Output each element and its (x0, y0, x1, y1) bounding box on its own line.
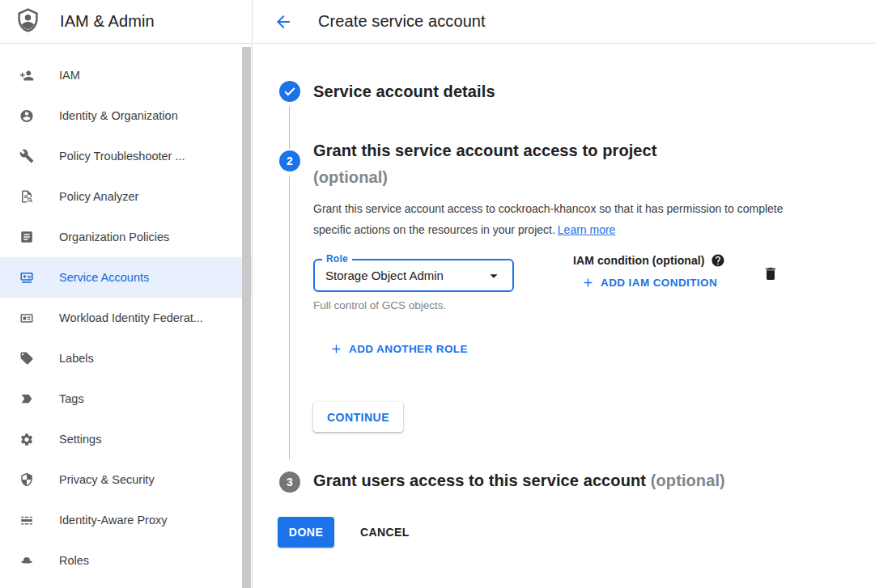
gear-icon (19, 432, 34, 446)
cancel-button[interactable]: CANCEL (360, 526, 410, 539)
delete-role-trash-icon[interactable] (762, 265, 779, 282)
sidebar-item-policy-analyzer[interactable]: Policy Analyzer (0, 176, 252, 217)
sidebar-item-label: Identity-Aware Proxy (59, 514, 168, 527)
step3-optional-label: (optional) (651, 472, 725, 489)
article-icon (19, 230, 34, 244)
role-select-label: Role (322, 253, 352, 264)
back-arrow-icon[interactable] (274, 12, 293, 32)
sidebar-header: IAM & Admin (0, 0, 252, 44)
role-row: Role Storage Object Admin Full control o… (313, 259, 875, 311)
role-select[interactable]: Role Storage Object Admin (313, 259, 514, 292)
continue-button[interactable]: CONTINUE (313, 402, 403, 432)
wrench-icon (19, 149, 34, 163)
done-button[interactable]: DONE (278, 517, 334, 548)
role-helper-text: Full control of GCS objects. (313, 299, 514, 311)
tag-icon (19, 391, 34, 406)
add-another-role-button[interactable]: ADD ANOTHER ROLE (329, 342, 875, 356)
help-icon[interactable] (711, 253, 725, 268)
step-connector-line (289, 176, 290, 459)
sidebar-item-roles[interactable]: Roles (0, 540, 252, 581)
sidebar-item-label: Workload Identity Federat... (59, 311, 203, 324)
sidebar-item-iam[interactable]: IAM (0, 55, 252, 95)
sidebar-scrollbar[interactable] (242, 47, 251, 588)
sidebar-item-label: Tags (59, 392, 84, 405)
step2-optional-label: (optional) (313, 164, 875, 191)
sidebar-item-label: Policy Analyzer (59, 190, 138, 203)
step3-heading: Grant users access to this service accou… (313, 470, 875, 491)
learn-more-link[interactable]: Learn more (558, 223, 616, 236)
sidebar-item-tags[interactable]: Tags (0, 379, 252, 419)
step1-title: Service account details (313, 81, 875, 102)
sidebar-item-organization-policies[interactable]: Organization Policies (0, 217, 252, 257)
sidebar-item-label: Organization Policies (59, 231, 169, 243)
step2-number-badge: 2 (279, 150, 300, 171)
sidebar-item-service-accounts[interactable]: Service Accounts (0, 257, 252, 298)
page-header: Create service account (253, 0, 875, 44)
sidebar-item-label: Privacy & Security (59, 473, 155, 486)
person-circle-icon (19, 108, 34, 123)
sidebar-item-privacy-security[interactable]: Privacy & Security (0, 459, 252, 500)
hat-icon (19, 553, 34, 568)
step2-description: Grant this service account access to coc… (313, 198, 791, 240)
sidebar-nav: IAM Identity & Organization Policy Troub… (0, 44, 252, 581)
proxy-icon (19, 513, 34, 527)
plus-icon (329, 342, 343, 356)
role-field-group: Role Storage Object Admin Full control o… (313, 259, 514, 311)
sidebar-item-workload-identity-federation[interactable]: Workload Identity Federat... (0, 298, 252, 338)
role-select-value: Storage Object Admin (325, 269, 485, 282)
sidebar: IAM & Admin IAM Identity & Organization (0, 0, 253, 588)
iam-condition-group: IAM condition (optional) ADD IAM CONDITI… (573, 253, 725, 290)
plus-icon (581, 276, 595, 290)
dropdown-arrow-icon (485, 267, 503, 285)
product-title: IAM & Admin (60, 12, 155, 31)
sidebar-item-label: Policy Troubleshooter ... (59, 150, 185, 163)
create-service-account-form: 2 3 Service account details Grant this s… (253, 44, 875, 548)
form-actions: DONE CANCEL (278, 517, 875, 548)
step3-number-badge: 3 (279, 472, 300, 493)
page-title: Create service account (318, 12, 486, 31)
sidebar-item-identity-aware-proxy[interactable]: Identity-Aware Proxy (0, 500, 252, 540)
iam-shield-logo-icon (16, 6, 40, 37)
step2-title: Grant this service account access to pro… (313, 137, 875, 164)
sidebar-item-label: Settings (59, 433, 101, 446)
main-panel: Create service account 2 3 Service accou… (253, 0, 875, 588)
sidebar-item-label: IAM (59, 69, 80, 82)
sidebar-item-label: Roles (59, 554, 89, 567)
sidebar-item-label: Labels (59, 352, 94, 365)
service-account-icon (19, 270, 34, 285)
sidebar-item-identity-organization[interactable]: Identity & Organization (0, 95, 252, 136)
person-add-icon (19, 68, 34, 82)
step1-complete-check-icon (279, 81, 300, 102)
step-connector-line (289, 106, 290, 149)
step3-title: Grant users access to this service accou… (313, 472, 646, 489)
iam-admin-console: IAM & Admin IAM Identity & Organization (0, 0, 875, 588)
card-icon (19, 311, 34, 325)
policy-analyzer-icon (19, 189, 34, 204)
add-iam-condition-button[interactable]: ADD IAM CONDITION (581, 276, 725, 290)
sidebar-item-label: Identity & Organization (59, 109, 178, 122)
sidebar-item-policy-troubleshooter[interactable]: Policy Troubleshooter ... (0, 136, 252, 176)
sidebar-item-label: Service Accounts (59, 271, 149, 284)
iam-condition-label: IAM condition (optional) (573, 253, 725, 268)
sidebar-item-settings[interactable]: Settings (0, 419, 252, 459)
step2-heading: Grant this service account access to pro… (313, 137, 875, 191)
label-icon (19, 351, 34, 366)
sidebar-item-labels[interactable]: Labels (0, 338, 252, 379)
shield-half-icon (19, 472, 34, 487)
